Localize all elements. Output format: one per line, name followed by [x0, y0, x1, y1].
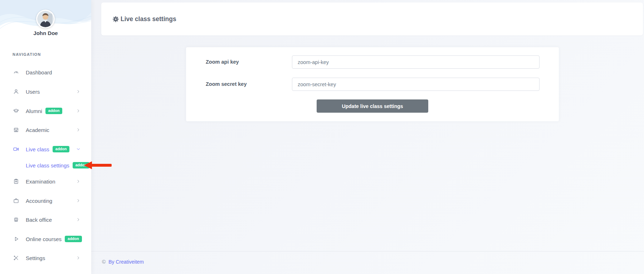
creativeitem-link[interactable]: By Creativeitem: [108, 259, 144, 265]
gauge-icon: [13, 69, 19, 75]
sidebar-item-label: Alumni: [26, 108, 42, 114]
sidebar-item-label: Settings: [26, 255, 45, 261]
sidebar-item-dashboard[interactable]: Dashboard: [0, 68, 91, 77]
page-title: Live class settings: [121, 15, 176, 23]
zoom-api-key-label: Zoom api key: [206, 55, 239, 69]
sidebar-item-label: Live class: [26, 146, 49, 152]
sidebar-item-label: Dashboard: [26, 69, 52, 75]
footer: © By Creativeitem: [102, 259, 144, 265]
sidebar-item-alumni[interactable]: Alumni addon: [0, 106, 91, 116]
update-live-class-settings-button[interactable]: Update live class settings: [317, 99, 428, 113]
chevron-right-icon: [76, 89, 81, 94]
sidebar-item-label: Accounting: [26, 198, 52, 204]
addon-badge: addon: [53, 146, 70, 152]
sidebar-item-users[interactable]: Users: [0, 87, 91, 96]
chevron-right-icon: [76, 179, 81, 184]
sidebar-item-academic[interactable]: Academic: [0, 125, 91, 134]
sidebar-item-accounting[interactable]: Accounting: [0, 196, 91, 205]
play-icon: [13, 236, 19, 242]
chevron-right-icon: [76, 198, 81, 203]
sidebar-item-label: Back office: [26, 217, 52, 223]
footer-divider: [91, 251, 644, 251]
sidebar-item-back-office[interactable]: Back office: [0, 215, 91, 224]
briefcase-icon: [13, 197, 19, 204]
chevron-right-icon: [76, 127, 81, 132]
chevron-right-icon: [76, 217, 81, 222]
sidebar-item-label: Live class settings: [26, 162, 69, 168]
sidebar-item-label: Online courses: [26, 236, 62, 242]
sidebar: John Doe NAVIGATION Dashboard Users Alum…: [0, 0, 91, 274]
chevron-right-icon: [76, 108, 81, 113]
chevron-right-icon: [76, 255, 81, 260]
sidebar-item-label: Users: [26, 89, 40, 95]
sidebar-item-settings[interactable]: Settings: [0, 253, 91, 263]
school-building-icon: [13, 127, 19, 133]
user-name: John Doe: [0, 30, 91, 36]
sidebar-item-label: Academic: [26, 127, 49, 133]
users-icon: [13, 88, 19, 95]
sidebar-item-live-class[interactable]: Live class addon: [0, 145, 91, 154]
navigation-section-label: NAVIGATION: [13, 52, 41, 57]
sidebar-item-label: Examination: [26, 178, 55, 185]
arrow-head: [84, 161, 92, 169]
zoom-api-key-input[interactable]: [292, 55, 540, 69]
clipboard-icon: [13, 178, 19, 185]
zoom-secret-key-input[interactable]: [292, 78, 540, 91]
gear-icon: [112, 15, 119, 23]
sidebar-item-online-courses[interactable]: Online courses addon: [0, 234, 91, 244]
tools-icon: [13, 255, 19, 261]
printer-icon: [13, 216, 19, 223]
sidebar-item-live-class-settings[interactable]: Live class settings addon: [0, 161, 91, 170]
arrow-shaft: [92, 164, 112, 167]
addon-badge: addon: [45, 108, 63, 114]
graduation-cap-icon: [13, 108, 19, 114]
sidebar-item-examination[interactable]: Examination: [0, 177, 91, 186]
avatar[interactable]: [36, 10, 55, 28]
page-header: Live class settings: [101, 3, 643, 35]
video-camera-icon: [13, 146, 19, 152]
copyright-symbol: ©: [102, 259, 106, 265]
zoom-secret-key-label: Zoom secret key: [206, 78, 247, 91]
chevron-down-icon: [76, 147, 81, 152]
settings-form-card: Zoom api key Zoom secret key Update live…: [186, 47, 559, 121]
addon-badge: addon: [65, 236, 82, 242]
